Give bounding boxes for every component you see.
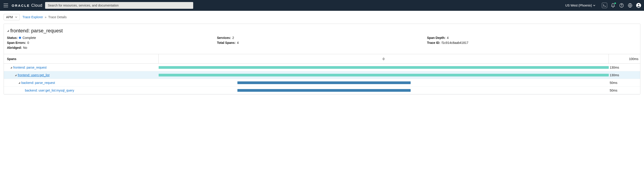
help-icon (619, 3, 624, 8)
span-duration: 130ms (609, 73, 640, 77)
meta-span-depth-value: 4 (447, 36, 448, 40)
span-name-cell: backend: user:get_list:mysql_query (4, 88, 159, 92)
span-row[interactable]: ◢frontend: parse_request130ms (4, 64, 640, 71)
global-search-input[interactable] (45, 2, 193, 9)
breadcrumb-current: Trace Details (48, 15, 67, 19)
span-bar-cell (159, 79, 609, 86)
dev-tools-button[interactable] (602, 3, 607, 8)
region-label: US West (Phoenix) (565, 4, 592, 7)
span-duration: 50ms (609, 88, 640, 92)
account-button[interactable] (636, 3, 641, 8)
meta-abridged-label: Abridged: (7, 46, 22, 49)
trace-header: ◢ frontend: parse_request Status: Comple… (4, 24, 640, 54)
meta-abridged: Abridged: No (7, 46, 217, 49)
span-table: Spans 0 100ms ◢frontend: parse_request13… (4, 54, 640, 94)
global-navbar: ORACLE Cloud US West (Phoenix) (0, 0, 644, 11)
caret-down-icon[interactable]: ◢ (18, 81, 20, 84)
span-bar-cell (159, 71, 609, 79)
brand-logo[interactable]: ORACLE Cloud (12, 3, 42, 8)
collapse-toggle[interactable]: ◢ (7, 29, 9, 32)
span-row[interactable]: ◢frontend: users:get_list130ms (4, 71, 640, 79)
span-bar[interactable] (159, 74, 609, 76)
hamburger-icon (4, 4, 8, 7)
chevron-down-icon (593, 4, 596, 7)
help-button[interactable] (619, 3, 624, 8)
meta-services-value: 2 (232, 36, 234, 40)
meta-total-spans-label: Total Spans: (217, 41, 236, 45)
span-link[interactable]: frontend: users:get_list (18, 73, 50, 77)
nav-icon-group (602, 3, 641, 8)
span-rows: ◢frontend: parse_request130ms◢frontend: … (4, 64, 640, 94)
meta-trace-id: Trace ID: f1c914c8aab41817 (427, 41, 637, 45)
brand-bold: ORACLE (12, 4, 30, 8)
meta-span-errors-value: 0 (28, 41, 29, 45)
span-bar-cell (159, 64, 609, 71)
globe-icon (628, 3, 632, 8)
meta-status-value: Complete (22, 36, 36, 40)
axis-tick-0: 0 (383, 57, 384, 61)
span-row[interactable]: ◢backend: parse_request50ms (4, 79, 640, 86)
menu-button[interactable] (3, 2, 9, 9)
span-duration: 50ms (609, 81, 640, 84)
meta-services: Services: 2 (217, 36, 427, 40)
span-bar-cell (159, 86, 609, 94)
meta-abridged-value: No (23, 46, 27, 49)
service-selector[interactable]: APM (4, 14, 20, 20)
span-bar[interactable] (238, 81, 411, 84)
span-link[interactable]: backend: user:get_list:mysql_query (25, 88, 74, 92)
meta-total-spans-value: 4 (237, 41, 239, 45)
caret-down-icon[interactable]: ◢ (10, 66, 12, 69)
meta-trace-id-value: f1c914c8aab41817 (442, 41, 468, 45)
terminal-icon (603, 4, 606, 7)
span-duration: 130ms (609, 66, 640, 69)
meta-status: Status: Complete (7, 36, 217, 40)
meta-span-depth-label: Span Depth: (427, 36, 446, 40)
meta-span-errors-label: Span Errors: (7, 41, 26, 45)
span-link[interactable]: frontend: parse_request (13, 66, 47, 69)
meta-trace-id-label: Trace ID: (427, 41, 440, 45)
chevron-down-icon (15, 16, 17, 18)
breadcrumb-sep: » (44, 15, 48, 19)
span-name-cell: ◢backend: parse_request (4, 81, 159, 84)
meta-span-errors: Span Errors: 0 (7, 41, 217, 45)
breadcrumb-link-trace-explorer[interactable]: Trace Explorer (22, 15, 43, 19)
axis-tick-100: 100ms (629, 57, 638, 61)
meta-services-label: Services: (217, 36, 231, 40)
brand-light: Cloud (31, 3, 42, 8)
trace-detail-card: ◢ frontend: parse_request Status: Comple… (4, 24, 640, 95)
span-bar[interactable] (159, 66, 609, 69)
span-bar[interactable] (238, 89, 411, 92)
language-button[interactable] (628, 3, 633, 8)
global-search-wrap (45, 2, 193, 9)
trace-title: frontend: parse_request (10, 28, 63, 34)
col-header-spans: Spans (4, 54, 159, 63)
meta-status-label: Status: (7, 36, 18, 40)
span-table-header: Spans 0 100ms (4, 54, 640, 64)
notifications-button[interactable] (610, 3, 616, 8)
notification-dot-icon (614, 3, 616, 4)
span-name-cell: ◢frontend: users:get_list (4, 73, 159, 77)
region-selector[interactable]: US West (Phoenix) (565, 4, 596, 7)
meta-total-spans: Total Spans: 4 (217, 41, 427, 45)
service-selector-value: APM (6, 15, 13, 19)
user-avatar-icon (636, 3, 641, 8)
status-dot-icon (19, 37, 21, 39)
trace-metadata: Status: Complete Services: 2 Span Depth:… (7, 34, 637, 53)
span-link[interactable]: backend: parse_request (21, 81, 55, 84)
caret-down-icon[interactable]: ◢ (14, 74, 17, 76)
timeline-axis: 0 (159, 54, 609, 63)
breadcrumb-row: APM Trace Explorer » Trace Details (0, 11, 644, 24)
span-row[interactable]: backend: user:get_list:mysql_query50ms (4, 86, 640, 94)
meta-span-depth: Span Depth: 4 (427, 36, 637, 40)
span-name-cell: ◢frontend: parse_request (4, 66, 159, 69)
svg-point-3 (638, 4, 639, 6)
breadcrumb: Trace Explorer » Trace Details (22, 15, 67, 19)
